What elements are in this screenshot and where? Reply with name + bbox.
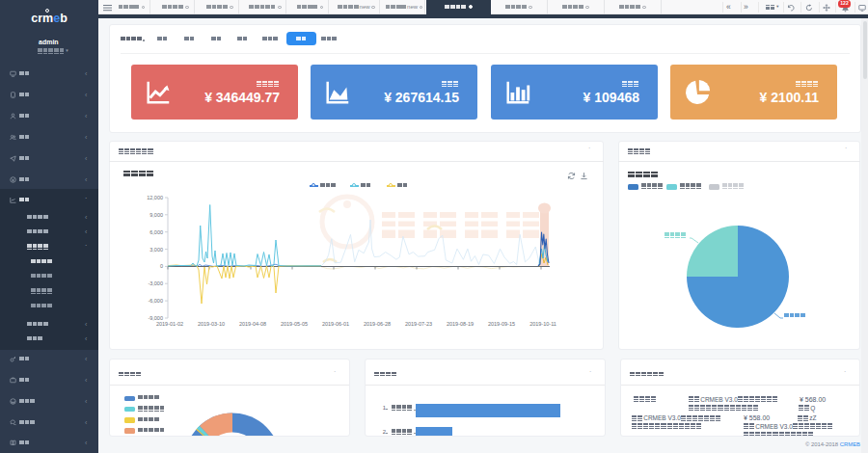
svg-text:-3,000: -3,000 xyxy=(148,280,163,286)
svg-text:-6,000: -6,000 xyxy=(148,298,163,304)
svg-text:9,000: 9,000 xyxy=(149,212,163,218)
svg-text:6,000: 6,000 xyxy=(149,229,163,235)
svg-text:2019-09-15: 2019-09-15 xyxy=(488,321,515,327)
svg-text:2019-08-19: 2019-08-19 xyxy=(447,321,474,327)
svg-text:2019-06-01: 2019-06-01 xyxy=(322,321,349,327)
svg-text:2019-01-02: 2019-01-02 xyxy=(156,321,183,327)
svg-text:2019-03-10: 2019-03-10 xyxy=(198,321,225,327)
svg-text:2019-06-28: 2019-06-28 xyxy=(364,321,391,327)
svg-text:3,000: 3,000 xyxy=(149,247,163,253)
svg-text:0: 0 xyxy=(160,263,163,269)
svg-text:12,000: 12,000 xyxy=(147,195,163,200)
svg-text:2019-07-23: 2019-07-23 xyxy=(405,321,432,327)
svg-text:2019-04-08: 2019-04-08 xyxy=(239,321,266,327)
svg-text:2019-05-05: 2019-05-05 xyxy=(281,321,308,327)
svg-text:2019-10-11: 2019-10-11 xyxy=(529,321,556,327)
